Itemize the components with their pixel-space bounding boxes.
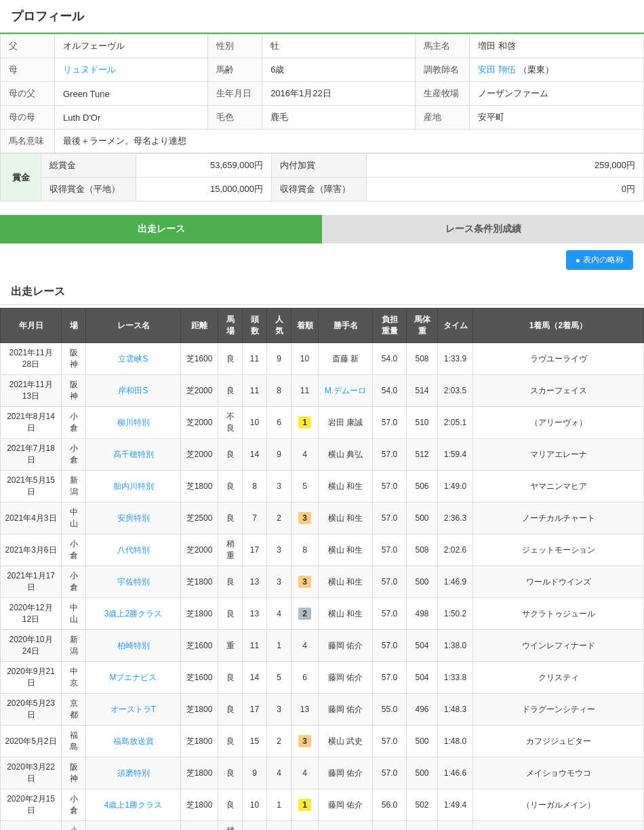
cell-venue: 新潟 [62,471,86,502]
cell-winner: ノーチカルチャート [473,502,644,534]
cell-winner: ドラグーンシティー [473,694,644,726]
cell-race[interactable]: 福島放送賞 [86,726,181,757]
cell-winner: （アリーヴォ） [473,407,644,439]
cell-dist: 芝1800 [181,821,218,831]
cell-heads: 17 [243,534,267,566]
cell-heads: 15 [243,726,267,757]
cell-horse-weight: 500 [407,502,438,534]
cell-weight: 55.0 [373,694,407,726]
cell-weight: 57.0 [373,502,407,534]
cell-race[interactable]: 安房特別 [86,502,181,534]
table-row: 2020年5月23日 京都 オーストラT 芝1800 良 17 3 13 藤岡 … [1,694,644,726]
cell-horse-weight: 504 [407,630,438,662]
cell-horse-weight: 500 [407,726,438,757]
cell-weight: 57.0 [373,757,407,789]
cell-rank: 5 [291,471,319,502]
table-row: 2021年8月14日 小倉 柳川特別 芝2000 不良 10 6 1 岩田 康誠… [1,407,644,439]
cell-time: 2:03.5 [438,375,473,407]
cell-winner: クリスティ [473,662,644,694]
cell-winner: ウインレフィナード [473,630,644,662]
coat-label: 毛色 [208,106,262,130]
cell-dist: 芝1800 [181,598,218,630]
cell-dist: 芝1800 [181,566,218,598]
cell-pop: 5 [267,662,291,694]
table-row: 2021年11月13日 阪神 岸和田S 芝2000 良 11 8 11 M.デム… [1,375,644,407]
cell-race[interactable]: 4歳上1勝クラス [86,821,181,831]
prize-table: 賞金 総賞金 53,659,000円 内付加賞 259,000円 収得賞金（平地… [0,153,644,201]
cell-race[interactable]: 宇佐特別 [86,566,181,598]
cell-time: 2:36.3 [438,502,473,534]
cell-heads: 14 [243,662,267,694]
cell-track: 稍重 [218,534,243,566]
mother-value[interactable]: リュヌドール [55,58,208,82]
cell-rank: 3 [291,726,319,757]
cell-heads: 7 [243,502,267,534]
th-heads: 頭数 [243,309,267,343]
cell-heads: 10 [243,407,267,439]
cell-jockey: 斎藤 新 [319,343,373,375]
cell-dist: 芝1600 [181,343,218,375]
cell-track: 不良 [218,407,243,439]
birthplace-value: 安平町 [470,106,644,130]
cell-race[interactable]: オーストラT [86,694,181,726]
cell-race[interactable]: 4歳上1勝クラス [86,789,181,821]
tab-races[interactable]: 出走レース [0,215,322,243]
cell-date: 2020年5月23日 [1,694,62,726]
prize-section: 賞金 総賞金 53,659,000円 内付加賞 259,000円 収得賞金（平地… [0,153,644,201]
th-race: レース名 [86,309,181,343]
cell-race[interactable]: 3歳上2勝クラス [86,598,181,630]
cell-jockey: 藤岡 佑介 [319,630,373,662]
cell-dist: 芝1800 [181,757,218,789]
cell-race[interactable]: 岸和田S [86,375,181,407]
cell-venue: 小倉 [62,407,86,439]
cell-dist: 芝1800 [181,789,218,821]
cell-track: 良 [218,662,243,694]
cell-race[interactable]: 柳川特別 [86,407,181,439]
cell-weight: 57.0 [373,630,407,662]
cell-race[interactable]: Mブエナビス [86,662,181,694]
cell-weight: 57.0 [373,439,407,471]
cell-race[interactable]: 胎内川特別 [86,471,181,502]
cell-dist: 芝2000 [181,439,218,471]
table-row: 2020年12月12日 中山 3歳上2勝クラス 芝1800 良 13 4 2 横… [1,598,644,630]
table-controls: ● 表内の略称 [0,243,644,277]
prize-added-value: 259,000円 [367,154,644,178]
tab-container: 出走レース レース条件別成績 [0,215,644,243]
cell-dist: 芝1800 [181,694,218,726]
cell-date: 2020年9月21日 [1,662,62,694]
cell-venue: 中山 [62,502,86,534]
btn-table-abbrev[interactable]: ● 表内の略称 [566,250,633,270]
cell-jockey: 岩田 康誠 [319,407,373,439]
cell-race[interactable]: 八代特別 [86,534,181,566]
cell-race[interactable]: 高千穂特別 [86,439,181,471]
prize-label: 賞金 [1,154,41,201]
cell-heads: 11 [243,375,267,407]
cell-track: 良 [218,598,243,630]
cell-rank: 4 [291,439,319,471]
trainer-value[interactable]: 安田 翔伍 （栗東） [470,58,644,82]
cell-heads: 14 [243,439,267,471]
trainer-label: 調教師名 [416,58,470,82]
cell-date: 2020年10月24日 [1,630,62,662]
cell-winner: ラヴユーライヴ [473,343,644,375]
cell-winner: （リーガルメイン） [473,789,644,821]
tab-conditions[interactable]: レース条件別成績 [322,215,644,243]
name-meaning-value: 最後＋ラーメン。母名より連想 [55,130,644,153]
cell-weight: 54.0 [373,343,407,375]
cell-race[interactable]: 柏崎特別 [86,630,181,662]
race-section-title: 出走レース [0,277,644,305]
cell-time: 1:51.8 [438,821,473,831]
cell-race[interactable]: 須磨特別 [86,757,181,789]
cell-pop: 3 [267,566,291,598]
cell-time: 1:46.6 [438,757,473,789]
cell-horse-weight: 512 [407,439,438,471]
cell-race[interactable]: 立雲峡S [86,343,181,375]
cell-date: 2021年3月6日 [1,534,62,566]
grandsire-label: 母の父 [1,82,55,106]
cell-horse-weight: 510 [407,407,438,439]
cell-horse-weight: 500 [407,757,438,789]
cell-rank: 1 [291,789,319,821]
cell-rank: 4 [291,630,319,662]
cell-rank: 6 [291,662,319,694]
age-label: 馬齢 [208,58,262,82]
